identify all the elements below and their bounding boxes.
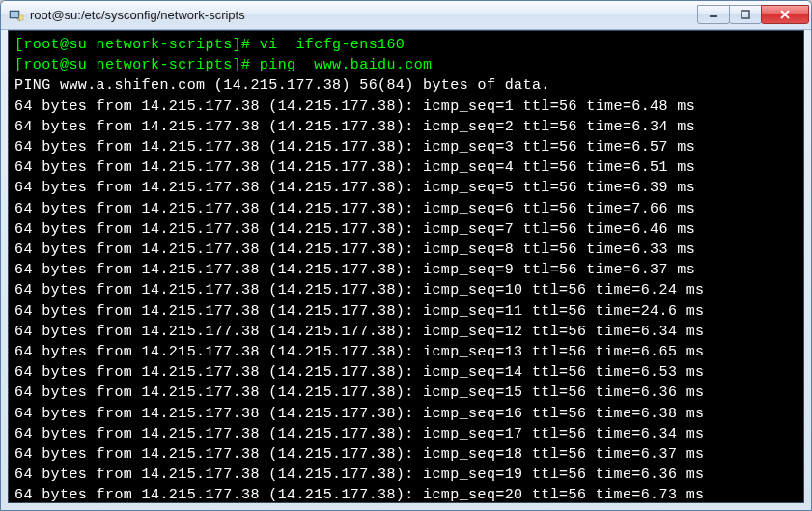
terminal-area[interactable]: [root@su network-scripts]# vi ifcfg-ens1… xyxy=(8,30,804,503)
ping-reply-line: 64 bytes from 14.215.177.38 (14.215.177.… xyxy=(14,303,705,320)
ping-reply-line: 64 bytes from 14.215.177.38 (14.215.177.… xyxy=(14,324,705,340)
shell-prompt: [root@su network-scripts]# xyxy=(14,37,260,53)
maximize-button[interactable] xyxy=(729,5,762,24)
svg-rect-1 xyxy=(11,12,18,17)
title-bar[interactable]: root@su:/etc/sysconfig/network-scripts xyxy=(1,1,811,30)
svg-rect-4 xyxy=(710,15,717,17)
ping-reply-line: 64 bytes from 14.215.177.38 (14.215.177.… xyxy=(14,201,695,217)
ping-reply-line: 64 bytes from 14.215.177.38 (14.215.177.… xyxy=(14,180,695,196)
putty-icon xyxy=(9,8,24,23)
svg-rect-5 xyxy=(742,11,749,18)
ping-reply-line: 64 bytes from 14.215.177.38 (14.215.177.… xyxy=(14,221,695,238)
window-controls xyxy=(698,6,809,24)
window-title: root@su:/etc/sysconfig/network-scripts xyxy=(30,8,698,22)
ping-reply-line: 64 bytes from 14.215.177.38 (14.215.177.… xyxy=(14,282,705,298)
terminal-output: [root@su network-scripts]# vi ifcfg-ens1… xyxy=(9,31,803,503)
shell-prompt: [root@su network-scripts]# xyxy=(14,57,260,73)
ping-reply-line: 64 bytes from 14.215.177.38 (14.215.177.… xyxy=(14,467,705,483)
command-text: vi ifcfg-ens160 xyxy=(260,37,405,53)
command-text: ping www.baidu.com xyxy=(260,57,433,73)
minimize-button[interactable] xyxy=(697,5,730,24)
ping-reply-line: 64 bytes from 14.215.177.38 (14.215.177.… xyxy=(14,344,705,360)
close-button[interactable] xyxy=(761,5,809,24)
ping-reply-line: 64 bytes from 14.215.177.38 (14.215.177.… xyxy=(14,426,705,442)
ping-reply-line: 64 bytes from 14.215.177.38 (14.215.177.… xyxy=(14,119,695,135)
svg-rect-2 xyxy=(19,15,23,20)
ping-reply-line: 64 bytes from 14.215.177.38 (14.215.177.… xyxy=(14,364,705,381)
ping-reply-line: 64 bytes from 14.215.177.38 (14.215.177.… xyxy=(14,406,705,422)
ping-header: PING www.a.shifen.com (14.215.177.38) 56… xyxy=(14,77,550,94)
ping-reply-line: 64 bytes from 14.215.177.38 (14.215.177.… xyxy=(14,99,695,115)
ping-reply-line: 64 bytes from 14.215.177.38 (14.215.177.… xyxy=(14,262,695,278)
ping-reply-line: 64 bytes from 14.215.177.38 (14.215.177.… xyxy=(14,384,705,401)
ping-reply-line: 64 bytes from 14.215.177.38 (14.215.177.… xyxy=(14,446,705,463)
app-window: root@su:/etc/sysconfig/network-scripts [… xyxy=(0,0,812,511)
ping-reply-line: 64 bytes from 14.215.177.38 (14.215.177.… xyxy=(14,139,695,156)
ping-reply-line: 64 bytes from 14.215.177.38 (14.215.177.… xyxy=(14,487,705,503)
ping-reply-line: 64 bytes from 14.215.177.38 (14.215.177.… xyxy=(14,241,695,258)
ping-reply-line: 64 bytes from 14.215.177.38 (14.215.177.… xyxy=(14,159,695,176)
